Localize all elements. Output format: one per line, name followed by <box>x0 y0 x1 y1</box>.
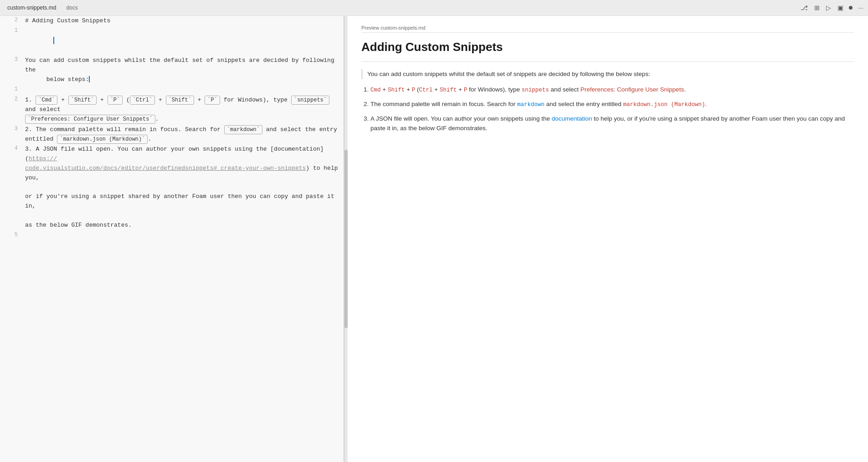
p-key-2: P <box>464 87 467 93</box>
preview-header: Preview custom-snippets.md <box>361 25 854 33</box>
editor-line-4: 4 3. A JSON file will open. You can auth… <box>0 144 344 230</box>
editor-line-3: 3 You can add custom snippets whilst the… <box>0 56 344 85</box>
line-content-2b[interactable]: 1. `Cmd` + `Shift` + `P` (`Ctrl` + `Shif… <box>25 96 344 124</box>
editor-link[interactable]: https:// code.visualstudio.com/docs/edit… <box>25 155 306 172</box>
editor-line-1a: 1 <box>0 26 344 56</box>
editor-line-2b: 2 1. `Cmd` + `Shift` + `P` (`Ctrl` + `Sh… <box>0 95 344 124</box>
preferences-text: Preferences: Configure User Snippets <box>580 86 684 93</box>
tab-dirname: docs <box>62 3 81 13</box>
tab-bar-icons: ⎇ ⊞ ▷ ▣ ··· <box>800 3 864 12</box>
list-item-2: The command palette will remain in focus… <box>370 99 854 109</box>
kbd-shift1: `Shift` <box>68 96 97 105</box>
kbd-snippets: `snippets` <box>291 96 329 105</box>
editor-pane[interactable]: 2 # Adding Custom Snippets 1 3 You can a… <box>0 16 344 462</box>
list-item-3: A JSON file will open. You can author yo… <box>370 114 854 133</box>
snippets-code: snippets <box>522 87 549 93</box>
kbd-cmd: `Cmd` <box>36 96 57 105</box>
editor-line-2: 2 # Adding Custom Snippets <box>0 16 344 26</box>
tab-filename[interactable]: custom-snippets.md <box>4 3 60 13</box>
kbd-ctrl: `Ctrl` <box>130 96 155 105</box>
shift-key-1: Shift <box>388 87 405 93</box>
unsaved-dot <box>849 6 853 10</box>
preview-intro: You can add custom snippets whilst the d… <box>361 69 854 79</box>
scrollbar-thumb[interactable] <box>344 150 348 328</box>
line-num-4: 4 <box>0 145 25 230</box>
preview-pane: Preview custom-snippets.md Adding Custom… <box>348 16 868 462</box>
line-num-1b: 1 <box>0 86 25 95</box>
text-cursor <box>53 37 54 44</box>
p-key-1: P <box>412 87 416 93</box>
line-content-3b[interactable]: 2. The command palette will remain in fo… <box>25 125 344 144</box>
kbd-preferences: `Preferences: Configure User Snippets` <box>25 115 155 124</box>
list-item-2-text: The command palette will remain in focus… <box>370 101 707 107</box>
branch-icon[interactable]: ⎇ <box>800 3 809 12</box>
kbd-mdfile: `markdown.json (Markdown)` <box>57 135 148 144</box>
line-num-2b: 2 <box>0 96 25 124</box>
cmd-key: Cmd <box>370 87 381 93</box>
kbd-shift2: `Shift` <box>166 96 194 105</box>
line-content-1a[interactable] <box>25 27 344 55</box>
editor-line-1b: 1 <box>0 85 344 96</box>
preview-title: Adding Custom Snippets <box>361 40 854 54</box>
line-num-2: 2 <box>0 16 25 26</box>
documentation-link[interactable]: documentation <box>552 115 592 122</box>
scrollbar-divider <box>344 16 348 462</box>
line-content-5[interactable] <box>25 231 344 241</box>
list-item-1: Cmd + Shift + P (Ctrl + Shift + P for Wi… <box>370 85 854 95</box>
preview-content: You can add custom snippets whilst the d… <box>361 69 854 133</box>
editor-line-5: 5 <box>0 231 344 241</box>
preview-list: Cmd + Shift + P (Ctrl + Shift + P for Wi… <box>361 85 854 133</box>
layout-icon[interactable]: ▣ <box>837 3 844 12</box>
more-icon[interactable]: ··· <box>857 3 864 12</box>
line-num-5: 5 <box>0 231 25 241</box>
kbd-markdown: `markdown` <box>224 125 262 134</box>
md-json-text: markdown.json (Markdown) <box>623 102 705 108</box>
run-icon[interactable]: ▷ <box>825 3 832 12</box>
line-num-3: 3 <box>0 56 25 84</box>
ctrl-key: Ctrl <box>419 87 433 93</box>
markdown-code: markdown <box>517 102 544 108</box>
kbd-p1: `P` <box>108 96 123 105</box>
line-content-2[interactable]: # Adding Custom Snippets <box>25 16 344 26</box>
kbd-p2: `P` <box>205 96 220 105</box>
editor-line-3b: 3 2. The command palette will remain in … <box>0 125 344 145</box>
preview-divider <box>361 61 854 62</box>
line-num-3b: 3 <box>0 125 25 144</box>
line-content-3[interactable]: You can add custom snippets whilst the d… <box>25 56 344 84</box>
split-icon[interactable]: ⊞ <box>813 3 821 12</box>
line-content-4[interactable]: 3. A JSON file will open. You can author… <box>25 145 344 230</box>
tab-bar: custom-snippets.md docs ⎇ ⊞ ▷ ▣ ··· <box>0 0 868 16</box>
tab-bar-left: custom-snippets.md docs <box>4 3 82 13</box>
main-content: 2 # Adding Custom Snippets 1 3 You can a… <box>0 16 868 462</box>
line-num-1a: 1 <box>0 27 25 55</box>
shift-key-2: Shift <box>440 87 457 93</box>
list-item-3-text: A JSON file will open. You can author yo… <box>370 115 845 132</box>
list-item-1-text: Cmd + Shift + P (Ctrl + Shift + P for Wi… <box>370 86 686 93</box>
line-content-1b[interactable] <box>25 86 344 95</box>
